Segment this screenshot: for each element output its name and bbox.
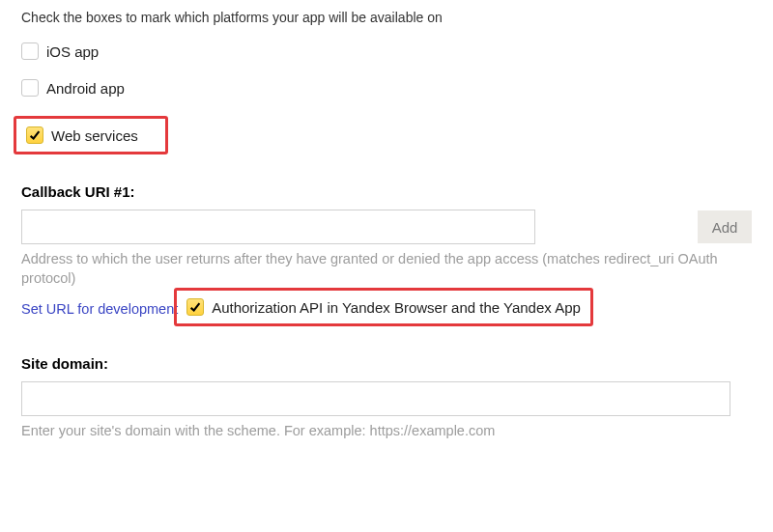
platform-android-row[interactable]: Android app <box>21 79 752 97</box>
callback-uri-hint: Address to which the user returns after … <box>21 250 752 288</box>
checkbox-unchecked-icon[interactable] <box>21 79 39 97</box>
platform-web-label: Web services <box>51 127 138 144</box>
platform-ios-label: iOS app <box>46 43 99 60</box>
platforms-intro: Check the boxes to mark which platforms … <box>21 10 752 25</box>
callback-uri-label: Callback URI #1: <box>21 183 752 200</box>
callback-uri-row: Add <box>21 210 752 244</box>
highlight-auth-api: Authorization API in Yandex Browser and … <box>174 288 593 326</box>
set-dev-url-link[interactable]: Set URL for development <box>21 301 178 317</box>
platform-auth-api-label: Authorization API in Yandex Browser and … <box>212 299 581 316</box>
highlight-web-services: Web services <box>14 116 168 154</box>
site-domain-label: Site domain: <box>21 355 752 372</box>
platform-ios-row[interactable]: iOS app <box>21 42 752 60</box>
add-button[interactable]: Add <box>698 210 752 243</box>
checkbox-unchecked-icon[interactable] <box>21 42 39 60</box>
site-domain-input[interactable] <box>21 381 730 416</box>
callback-uri-input[interactable] <box>21 210 535 244</box>
checkbox-checked-icon[interactable] <box>26 126 43 144</box>
site-domain-hint: Enter your site's domain with the scheme… <box>21 422 752 441</box>
checkbox-checked-icon[interactable] <box>186 298 204 316</box>
platform-android-label: Android app <box>46 80 125 97</box>
